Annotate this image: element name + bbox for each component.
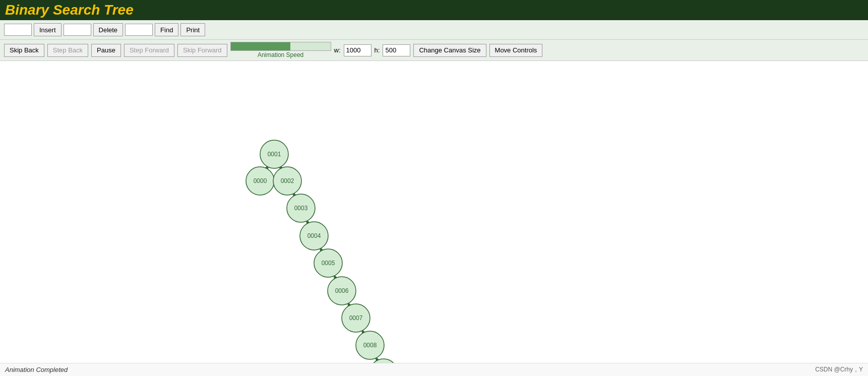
animation-speed-container: Animation Speed (230, 42, 331, 58)
tree-node-0003: 0003 (287, 194, 315, 222)
svg-text:0003: 0003 (294, 205, 308, 212)
change-canvas-button[interactable]: Change Canvas Size (413, 44, 486, 57)
tree-node-0004: 0004 (300, 222, 328, 250)
insert-input[interactable] (4, 24, 32, 36)
skip-forward-button[interactable]: Skip Forward (177, 44, 227, 57)
tree-node-0008: 0008 (356, 331, 384, 359)
tree-node-0005: 0005 (314, 249, 342, 277)
step-back-button[interactable]: Step Back (47, 44, 88, 57)
toolbar1: Insert Delete Find Print (0, 20, 868, 40)
move-controls-button[interactable]: Move Controls (489, 44, 543, 57)
canvas-area: 0001000000020003000400050006000700080009 (0, 61, 868, 363)
svg-text:0007: 0007 (349, 315, 363, 322)
find-input[interactable] (125, 24, 153, 36)
print-button[interactable]: Print (180, 23, 205, 36)
svg-text:0002: 0002 (281, 177, 294, 184)
status-bar: Animation Completed CSDN @Crhy，Y (0, 363, 868, 363)
animation-speed-label: Animation Speed (258, 51, 303, 58)
tree-node-0007: 0007 (342, 304, 370, 332)
tree-node-0002: 0002 (273, 167, 301, 195)
svg-text:0005: 0005 (322, 260, 335, 267)
bst-svg: 0001000000020003000400050006000700080009 (0, 61, 868, 363)
tree-node-0006: 0006 (328, 277, 356, 305)
svg-text:0000: 0000 (254, 177, 267, 184)
w-label: w: (334, 46, 341, 54)
insert-button[interactable]: Insert (34, 23, 61, 36)
animation-speed-fill (231, 42, 291, 50)
svg-text:0006: 0006 (335, 287, 349, 294)
step-forward-button[interactable]: Step Forward (124, 44, 174, 57)
tree-node-0001: 0001 (260, 140, 288, 168)
skip-back-button[interactable]: Skip Back (4, 44, 44, 57)
width-input[interactable] (344, 44, 371, 56)
delete-input[interactable] (64, 24, 91, 36)
find-button[interactable]: Find (155, 23, 178, 36)
animation-speed-bar[interactable] (230, 42, 331, 51)
svg-text:0004: 0004 (307, 232, 321, 239)
page-title: Binary Search Tree (5, 2, 863, 18)
toolbar2: Skip Back Step Back Pause Step Forward S… (0, 40, 868, 61)
svg-text:0001: 0001 (268, 151, 281, 158)
delete-button[interactable]: Delete (93, 23, 123, 36)
h-label: h: (375, 46, 380, 54)
header: Binary Search Tree (0, 0, 868, 20)
svg-text:0008: 0008 (363, 342, 377, 349)
tree-node-0000: 0000 (246, 167, 274, 195)
height-input[interactable] (383, 44, 410, 56)
pause-button[interactable]: Pause (91, 44, 121, 57)
